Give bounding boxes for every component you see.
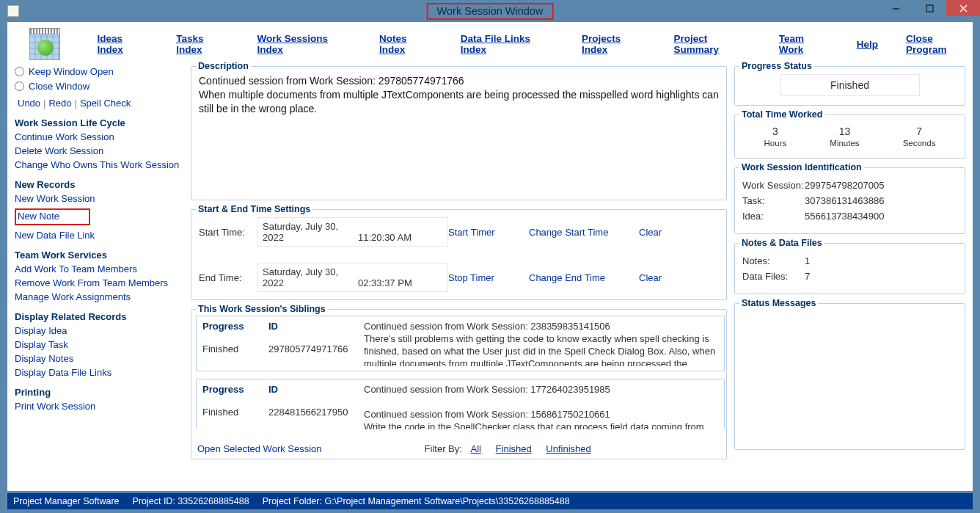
team-work-heading: Team Work Services xyxy=(15,250,183,261)
add-work-link[interactable]: Add Work To Team Members xyxy=(15,263,183,274)
sibling-id-value: 228481566217950 xyxy=(268,407,364,429)
end-time-label: End Time: xyxy=(199,272,257,283)
siblings-list[interactable]: Progress ID Continued session from Work … xyxy=(191,314,726,429)
sibling-progress-value: Finished xyxy=(202,407,268,429)
menu-data-file-links-index[interactable]: Data File Links Index xyxy=(461,33,554,55)
status-project-folder: Project Folder: G:\Project Management So… xyxy=(263,496,570,506)
filter-finished-link[interactable]: Finished xyxy=(496,443,532,454)
spell-check-link[interactable]: Spell Check xyxy=(77,98,134,109)
close-button[interactable] xyxy=(946,0,980,16)
printing-heading: Printing xyxy=(15,387,183,398)
filter-all-link[interactable]: All xyxy=(471,443,481,454)
close-window-radio[interactable] xyxy=(15,81,24,91)
status-messages-legend: Status Messages xyxy=(739,298,818,308)
undo-link[interactable]: Undo xyxy=(15,98,43,109)
menu-tasks-index[interactable]: Tasks Index xyxy=(176,33,229,55)
filter-unfinished-link[interactable]: Unfinished xyxy=(546,443,590,454)
end-time-value[interactable]: Saturday, July 30, 202202:33:37 PM xyxy=(257,263,448,292)
window-title: Work Session Window xyxy=(427,5,554,17)
status-app-name: Project Manager Software xyxy=(13,496,120,506)
svg-rect-1 xyxy=(926,5,933,12)
life-cycle-heading: Work Session Life Cycle xyxy=(15,117,183,128)
display-notes-link[interactable]: Display Notes xyxy=(15,353,183,364)
notes-datafiles-legend: Notes & Data Files xyxy=(739,238,824,248)
app-icon xyxy=(7,5,19,17)
description-legend: Description xyxy=(196,61,251,71)
ws-identification-legend: Work Session Identification xyxy=(739,162,864,172)
datafiles-count-label: Data Files: xyxy=(742,271,805,282)
menu-team-work[interactable]: Team Work xyxy=(779,33,829,55)
open-selected-work-session-link[interactable]: Open Selected Work Session xyxy=(197,443,322,454)
minutes-label: Minutes xyxy=(830,139,859,148)
keep-window-open-label: Keep Window Open xyxy=(29,66,114,77)
minimize-button[interactable] xyxy=(879,0,913,16)
change-end-time-link[interactable]: Change End Time xyxy=(529,272,639,283)
start-timer-link[interactable]: Start Timer xyxy=(448,227,529,238)
menu-close-program[interactable]: Close Program xyxy=(906,33,973,55)
sibling-id-value: 297805774971766 xyxy=(268,343,364,366)
sibling-id-header: ID xyxy=(268,321,364,343)
sibling-progress-header: Progress xyxy=(202,384,268,407)
task-id-value: 307386131463886 xyxy=(805,195,884,206)
menu-work-sessions-index[interactable]: Work Sessions Index xyxy=(257,33,352,55)
ws-id-value: 299754798207005 xyxy=(805,180,884,191)
status-project-id: Project ID: 33526268885488 xyxy=(133,496,249,506)
titlebar: Work Session Window xyxy=(0,0,980,22)
new-note-link[interactable]: New Note xyxy=(18,211,59,222)
clear-end-link[interactable]: Clear xyxy=(639,272,676,283)
start-time-value[interactable]: Saturday, July 30, 202211:20:30 AM xyxy=(257,217,448,247)
sibling-item[interactable]: Progress ID Continued session from Work … xyxy=(196,316,725,371)
idea-id-value: 556613738434900 xyxy=(805,211,884,222)
idea-id-label: Idea: xyxy=(742,211,805,222)
clear-start-link[interactable]: Clear xyxy=(639,227,676,238)
stop-timer-link[interactable]: Stop Timer xyxy=(448,272,529,283)
minutes-value: 13 xyxy=(830,125,859,137)
app-logo xyxy=(29,28,60,60)
change-owner-link[interactable]: Change Who Owns This Work Session xyxy=(15,159,183,170)
notes-count-label: Notes: xyxy=(742,255,805,266)
sibling-description: Continued session from Work Session: 238… xyxy=(364,321,718,366)
sibling-item[interactable]: Progress ID Continued session from Work … xyxy=(196,379,725,429)
start-time-label: Start Time: xyxy=(199,227,257,238)
task-id-label: Task: xyxy=(742,195,805,206)
sibling-description: Continued session from Work Session: 177… xyxy=(364,384,718,429)
menu-project-summary[interactable]: Project Summary xyxy=(674,33,751,55)
datafiles-count-value: 7 xyxy=(805,271,810,282)
display-task-link[interactable]: Display Task xyxy=(15,339,183,350)
menu-help[interactable]: Help xyxy=(857,39,878,50)
display-related-heading: Display Related Records xyxy=(15,311,183,322)
siblings-legend: This Work Session's Siblings xyxy=(196,304,328,314)
continue-work-session-link[interactable]: Continue Work Session xyxy=(15,131,183,142)
sibling-progress-value: Finished xyxy=(202,343,268,366)
print-work-session-link[interactable]: Print Work Session xyxy=(15,401,183,412)
change-start-time-link[interactable]: Change Start Time xyxy=(529,227,639,238)
time-settings-legend: Start & End Time Settings xyxy=(196,204,312,214)
close-window-label: Close Window xyxy=(29,81,89,92)
progress-status-legend: Progress Status xyxy=(739,61,814,71)
maximize-button[interactable] xyxy=(913,0,946,16)
progress-status-value: Finished xyxy=(780,74,920,96)
new-work-session-link[interactable]: New Work Session xyxy=(15,193,183,204)
menu-projects-index[interactable]: Projects Index xyxy=(582,33,646,55)
new-data-file-link[interactable]: New Data File Link xyxy=(15,230,183,241)
seconds-label: Seconds xyxy=(903,139,936,148)
delete-work-session-link[interactable]: Delete Work Session xyxy=(15,145,183,156)
hours-label: Hours xyxy=(764,139,787,148)
hours-value: 3 xyxy=(764,125,787,137)
description-text[interactable]: Continued session from Work Session: 297… xyxy=(199,74,719,116)
keep-window-open-radio[interactable] xyxy=(15,67,24,76)
statusbar: Project Manager Software Project ID: 335… xyxy=(7,493,973,509)
seconds-value: 7 xyxy=(903,125,936,137)
manage-work-link[interactable]: Manage Work Assignments xyxy=(15,291,183,302)
filter-by-label: Filter By: xyxy=(425,443,462,454)
display-data-file-links-link[interactable]: Display Data File Links xyxy=(15,367,183,378)
remove-work-link[interactable]: Remove Work From Team Members xyxy=(15,277,183,288)
sibling-progress-header: Progress xyxy=(202,321,268,343)
menu-notes-index[interactable]: Notes Index xyxy=(379,33,433,55)
display-idea-link[interactable]: Display Idea xyxy=(15,325,183,336)
main-menu: Ideas Index Tasks Index Work Sessions In… xyxy=(97,33,973,55)
menu-ideas-index[interactable]: Ideas Index xyxy=(97,33,148,55)
redo-link[interactable]: Redo xyxy=(45,98,74,109)
ws-id-label: Work Session: xyxy=(742,180,805,191)
notes-count-value: 1 xyxy=(805,255,810,266)
